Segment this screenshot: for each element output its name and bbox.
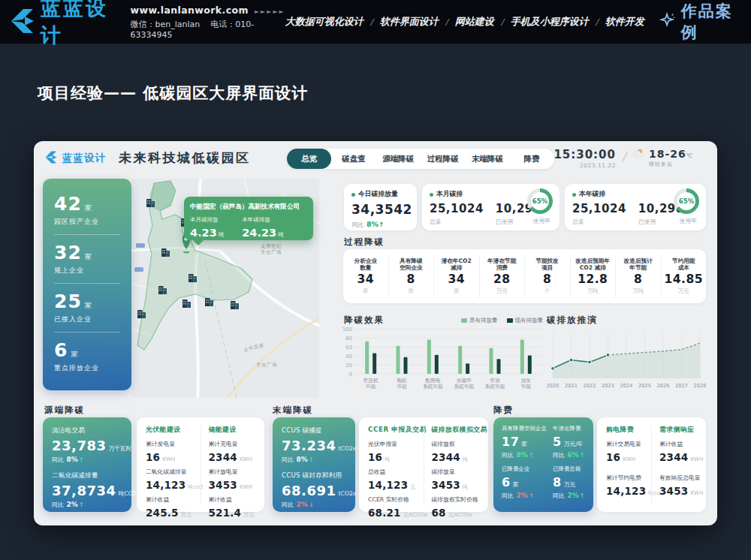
park-stats-sidebar: 42家园区投产企业32家规上企业25家已接入企业6家重点排放企业 xyxy=(43,179,131,390)
nav-item[interactable]: 手机及小程序设计 xyxy=(511,15,589,29)
portfolio-button[interactable]: 作品案例 xyxy=(659,1,742,43)
stat-value: 42 xyxy=(54,193,82,215)
process-item-label: 节约用能 成本 xyxy=(662,257,707,272)
legend-item: 现有排放量 xyxy=(507,317,544,324)
stat-label: 规上企业 xyxy=(54,266,120,275)
arrows-decoration: ►►►►► xyxy=(255,8,285,15)
weather-icon xyxy=(632,148,645,162)
lanlan-logo-icon xyxy=(9,7,35,37)
process-item-unit: 个 xyxy=(525,288,570,295)
bar-chart-legend: 原有排放量现有排放量 xyxy=(409,317,543,324)
road-badge xyxy=(136,243,145,248)
kpi-total: 25,1024总量 xyxy=(572,202,626,226)
nav-item[interactable]: 软件界面设计 xyxy=(380,15,439,29)
site-logo-text: 蓝蓝设计 xyxy=(41,0,120,49)
stat-row: 光伏申报量16吨 xyxy=(368,440,416,464)
kpi-label: 本年碳排 xyxy=(579,190,605,199)
company-name: 中能国宏（葫芦岛）高新技术有限公司 xyxy=(190,203,307,212)
tab-源端降碳[interactable]: 源端降碳 xyxy=(376,149,421,169)
stat-value: 6 xyxy=(54,339,68,361)
wechat-label: 微信：ben_lanlan xyxy=(131,20,201,29)
stat-label: 园区投产企业 xyxy=(54,217,120,227)
trend-arrow-icon: ↑ xyxy=(529,452,534,459)
stat-unit: 家 xyxy=(85,252,92,260)
kpi-card-today: 今日碳排放量 34,3542 同比8%↑ xyxy=(344,184,417,230)
nav-separator: / xyxy=(501,17,504,27)
stat-row: CCER 实时价格68.21元/tCO2e xyxy=(368,495,416,519)
process-section-title: 过程降碳 xyxy=(344,236,385,248)
stat-unit: 家 xyxy=(71,350,78,358)
stat-row: 二氧化碳减排量14,123吨co2 xyxy=(146,468,193,492)
process-item: 改造后预计 年节能8万吨 xyxy=(615,254,661,298)
source-section-title: 源端降碳 xyxy=(44,405,85,416)
kpi-label: 今日碳排放量 xyxy=(358,190,398,199)
process-item-value: 14.85 xyxy=(662,272,707,286)
stat-row: 总收益14,123元 xyxy=(368,468,416,492)
emission-projection-line-chart: 202020212022202320242025202620272028 xyxy=(547,326,706,395)
stat-label: 重点排放企业 xyxy=(54,363,120,373)
tab-降费[interactable]: 降费 xyxy=(510,149,554,169)
weather-desc: 晴转多云 xyxy=(649,161,693,168)
dashboard-brand-text: 蓝蓝设计 xyxy=(62,152,106,165)
site-header: 蓝蓝设计 www.lanlanwork.com►►►►► 微信：ben_lanl… xyxy=(0,0,751,44)
nav-item[interactable]: 软件开发 xyxy=(605,15,644,29)
sub-panel: 需求侧响应累计收益2344KWH有效响应总电量3453KWH xyxy=(651,426,697,504)
dashboard-title: 未来科技城低碳园区 xyxy=(119,149,251,167)
process-item-value: 8 xyxy=(616,272,661,286)
stat-row: 累计放电量3453KWH xyxy=(209,468,256,492)
tab-总览[interactable]: 总览 xyxy=(287,149,331,169)
green-dot-icon xyxy=(430,193,433,197)
svg-text:系统节能: 系统节能 xyxy=(485,384,505,390)
kpi-total: 25,1024总量 xyxy=(430,202,484,226)
sub-panel: 光伏能建设累计发电量16KWH二氧化碳减排量14,123吨co2累计收益245.… xyxy=(146,426,193,504)
kpi-card-month: 本月碳排 25,1024总量 10,298已使用 65% 使用率 xyxy=(422,184,559,230)
kpi-card-year: 本年碳排 25,1024总量 10,298已使用 65% 使用率 xyxy=(565,184,706,230)
stat-row: 累计收益521.4万元 xyxy=(209,495,256,519)
site-nav: 大数据可视化设计/软件界面设计/网站建设/手机及小程序设计/软件开发 xyxy=(285,15,644,29)
process-stats-card: 分析企业 数量34家具有降碳 空间企业8家潜在年CO2 减排34家年潜在节能 消… xyxy=(343,249,706,303)
dashboard-screenshot: 蓝蓝设计 未来科技城低碳园区 总览碳盘查源端降碳过程降碳末端降碳降费 15:30… xyxy=(34,141,717,525)
process-item-value: 8 xyxy=(525,272,570,286)
usage-rate-label: 使用率 xyxy=(533,217,550,225)
svg-text:40: 40 xyxy=(345,354,352,360)
highlight-stat: CCUS 碳封存和利用68.691tCO2e同比2%↓ xyxy=(282,471,346,509)
tab-过程降碳[interactable]: 过程降碳 xyxy=(421,149,465,169)
tab-末端降碳[interactable]: 末端降碳 xyxy=(465,149,509,169)
svg-text:系统节能: 系统节能 xyxy=(423,384,443,390)
tab-bar: 总览碳盘查源端降碳过程降碳末端降碳降费 xyxy=(287,149,554,169)
process-item-unit: 家 xyxy=(389,288,434,295)
site-logo[interactable]: 蓝蓝设计 xyxy=(9,0,120,49)
contact-block: www.lanlanwork.com►►►►► 微信：ben_lanlan电话：… xyxy=(131,5,285,40)
site-url[interactable]: www.lanlanwork.com►►►►► xyxy=(131,5,285,16)
svg-text:2025: 2025 xyxy=(638,383,651,389)
process-item-label: 节能技改 项目 xyxy=(525,257,570,272)
temp-unit: ℃ xyxy=(686,152,693,159)
legend-item: 原有排放量 xyxy=(461,317,498,324)
stat-row: 累计交易电量16KWH xyxy=(606,440,644,470)
sub-panel-title: CCER 申报及交易 xyxy=(368,426,416,435)
sub-panel-title: 购电降费 xyxy=(606,426,644,435)
nav-separator: / xyxy=(445,17,448,27)
emission-effect-bar-chart: 020406080100空压机节能电机节能配用电系统节能水循环系统节能空调系统节… xyxy=(342,326,543,395)
divider-slash: / xyxy=(622,149,626,164)
map-label: 文化广场 xyxy=(256,362,277,368)
svg-text:100: 100 xyxy=(342,327,352,333)
fee-detail-panel: 购电降费累计交易电量16KWH累计节约电费14,123吨co2需求侧响应累计收益… xyxy=(597,417,706,512)
stat-row: 碳排放量3453吨 xyxy=(432,468,480,492)
bar-chart-title: 降碳效果 xyxy=(344,315,385,326)
process-item: 节能技改 项目8个 xyxy=(524,254,570,298)
highlight-stat: 二氧化碳减排量37,8734吨CO2同比2%↑ xyxy=(52,471,122,509)
tab-碳盘查[interactable]: 碳盘查 xyxy=(331,149,376,169)
sidebar-stat: 25家已接入企业 xyxy=(54,284,120,333)
process-item: 节约用能 成本14.85万元 xyxy=(661,254,707,298)
dashboard-brand: 蓝蓝设计 未来科技城低碳园区 xyxy=(44,149,251,167)
green-dot-icon xyxy=(572,193,576,197)
sub-panel-title: 碳排放权模拟交易 xyxy=(432,426,480,435)
process-item-value: 34 xyxy=(434,272,479,286)
dashboard-logo-icon xyxy=(44,150,57,167)
stat-unit: 家 xyxy=(85,301,92,309)
nav-item[interactable]: 大数据可视化设计 xyxy=(285,15,363,29)
nav-item[interactable]: 网站建设 xyxy=(455,15,494,29)
svg-text:油泵: 油泵 xyxy=(521,378,532,384)
highlight-stat: 已降费总额8万元同比2%↑ xyxy=(553,465,585,504)
